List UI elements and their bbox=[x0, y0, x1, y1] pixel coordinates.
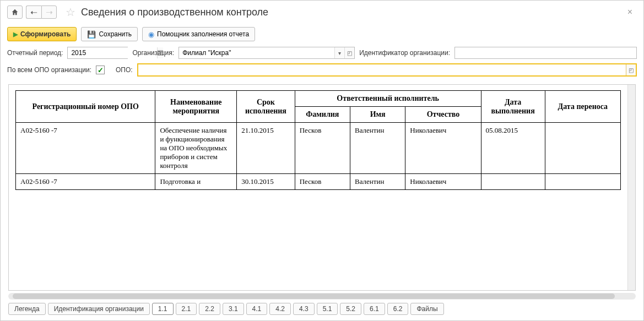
helper-label: Помощник заполнения отчета bbox=[157, 30, 249, 38]
period-label: Отчетный период: bbox=[7, 49, 63, 57]
save-icon: 💾 bbox=[87, 30, 96, 39]
close-button[interactable]: × bbox=[623, 5, 637, 19]
scrollbar-thumb[interactable] bbox=[13, 293, 615, 299]
tab-4.3[interactable]: 4.3 bbox=[293, 303, 315, 315]
cell-transfer_date bbox=[545, 123, 620, 174]
table-scroll[interactable]: Регистрационный номер ОПО Наименование м… bbox=[9, 85, 627, 290]
th-complete: Дата выполнения bbox=[481, 91, 545, 123]
cell-event_name: Обеспечение наличия и функционирования н… bbox=[155, 123, 237, 174]
all-opo-label: По всем ОПО организации: bbox=[7, 66, 91, 74]
tab-1.1[interactable]: 1.1 bbox=[152, 303, 174, 315]
tabs-bar: ЛегендаИдентификация организации1.12.12.… bbox=[1, 300, 643, 320]
form-row-1: Отчетный период: Организация: ▾ ◰ Иденти… bbox=[1, 45, 643, 61]
cell-surname: Песков bbox=[295, 174, 350, 190]
cell-reg_num: А02-5160 -7 bbox=[16, 123, 155, 174]
generate-button[interactable]: ▶ Сформировать bbox=[7, 27, 77, 41]
th-event: Наименование мероприятия bbox=[155, 91, 237, 123]
th-name: Имя bbox=[350, 107, 405, 123]
org-label: Организация: bbox=[132, 49, 174, 57]
tab-6.1[interactable]: 6.1 bbox=[364, 303, 385, 315]
helper-button[interactable]: ◉ Помощник заполнения отчета bbox=[142, 27, 255, 41]
cell-patronymic: Николаевич bbox=[405, 174, 481, 190]
form-row-2: По всем ОПО организации: ✓ ОПО: ◰ bbox=[1, 61, 643, 79]
th-reg-num: Регистрационный номер ОПО bbox=[16, 91, 155, 123]
opo-input[interactable] bbox=[138, 64, 626, 75]
all-opo-checkbox[interactable]: ✓ bbox=[96, 66, 105, 74]
save-button[interactable]: 💾 Сохранить bbox=[81, 27, 138, 41]
table-row[interactable]: А02-5160 -7Подготовка и30.10.2015ПесковВ… bbox=[16, 174, 621, 190]
org-dropdown-icon[interactable]: ▾ bbox=[334, 47, 344, 58]
home-button[interactable] bbox=[7, 6, 23, 19]
cell-due_date: 30.10.2015 bbox=[237, 174, 295, 190]
generate-label: Сформировать bbox=[20, 30, 71, 38]
tab-5.2[interactable]: 5.2 bbox=[340, 303, 361, 315]
period-input-wrap bbox=[67, 47, 128, 59]
opo-input-wrap: ◰ bbox=[137, 63, 637, 77]
checkmark-icon: ✓ bbox=[98, 66, 104, 74]
tab-5.1[interactable]: 5.1 bbox=[317, 303, 338, 315]
tab-2.1[interactable]: 2.1 bbox=[176, 303, 197, 315]
opo-open-icon[interactable]: ◰ bbox=[626, 64, 636, 75]
tab-4.1[interactable]: 4.1 bbox=[246, 303, 268, 315]
org-input[interactable] bbox=[179, 47, 334, 58]
forward-button[interactable]: 🠒 bbox=[41, 6, 57, 19]
org-id-input-wrap bbox=[454, 47, 637, 59]
tab-2.2[interactable]: 2.2 bbox=[199, 303, 220, 315]
cell-surname: Песков bbox=[295, 123, 350, 174]
table-row[interactable]: А02-5160 -7Обеспечение наличия и функцио… bbox=[16, 123, 621, 174]
org-id-input[interactable] bbox=[455, 47, 636, 58]
tab-легенда[interactable]: Легенда bbox=[8, 303, 46, 315]
horizontal-scrollbar[interactable] bbox=[8, 293, 636, 300]
cell-event_name: Подготовка и bbox=[155, 174, 237, 190]
titlebar: 🠐 🠒 ☆ Сведения о производственном контро… bbox=[1, 1, 643, 24]
table-area: Регистрационный номер ОПО Наименование м… bbox=[8, 84, 636, 291]
page-title: Сведения о производственном контроле bbox=[81, 7, 268, 18]
play-icon: ▶ bbox=[13, 31, 18, 38]
org-input-wrap: ▾ ◰ bbox=[178, 47, 355, 59]
cell-complete_date: 05.08.2015 bbox=[481, 123, 545, 174]
favorite-star-icon[interactable]: ☆ bbox=[66, 6, 75, 19]
cell-name: Валентин bbox=[350, 174, 405, 190]
opo-label: ОПО: bbox=[116, 66, 133, 74]
tab-4.2[interactable]: 4.2 bbox=[269, 303, 291, 315]
org-id-label: Идентификатор организации: bbox=[359, 49, 450, 57]
org-open-icon[interactable]: ◰ bbox=[344, 47, 354, 58]
th-responsible: Ответственный исполнитель bbox=[295, 91, 481, 107]
th-due: Срок исполнения bbox=[237, 91, 295, 123]
th-transfer: Дата переноса bbox=[545, 91, 620, 123]
cell-patronymic: Николаевич bbox=[405, 123, 481, 174]
cell-due_date: 21.10.2015 bbox=[237, 123, 295, 174]
toolbar: ▶ Сформировать 💾 Сохранить ◉ Помощник за… bbox=[1, 24, 643, 45]
cell-name: Валентин bbox=[350, 123, 405, 174]
tab-3.1[interactable]: 3.1 bbox=[223, 303, 244, 315]
back-button[interactable]: 🠐 bbox=[26, 6, 41, 19]
vertical-scrollbar[interactable] bbox=[627, 85, 635, 290]
th-patronymic: Отчество bbox=[405, 107, 481, 123]
cell-reg_num: А02-5160 -7 bbox=[16, 174, 155, 190]
tab-6.2[interactable]: 6.2 bbox=[387, 303, 409, 315]
data-table: Регистрационный номер ОПО Наименование м… bbox=[15, 90, 621, 190]
nav-group: 🠐 🠒 bbox=[26, 6, 57, 19]
cell-transfer_date bbox=[545, 174, 620, 190]
tab-идентификация-организации[interactable]: Идентификация организации bbox=[48, 303, 150, 315]
main-window: 🠐 🠒 ☆ Сведения о производственном контро… bbox=[0, 0, 644, 321]
tab-файлы[interactable]: Файлы bbox=[410, 303, 443, 315]
helper-icon: ◉ bbox=[148, 30, 154, 39]
save-label: Сохранить bbox=[99, 30, 132, 38]
cell-complete_date bbox=[481, 174, 545, 190]
th-surname: Фамилия bbox=[295, 107, 350, 123]
